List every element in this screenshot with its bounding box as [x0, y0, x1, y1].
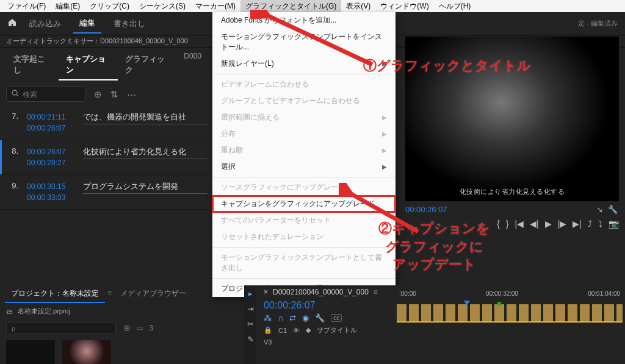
item-count: 3 — [149, 324, 153, 332]
menu-item-upgrade-caption-to-graphic[interactable]: キャプションをグラフィックにアップグレード — [212, 196, 396, 212]
timeline-clips[interactable] — [397, 304, 623, 323]
project-status: 定 - 編集済み — [578, 19, 618, 28]
tab-captions[interactable]: キャプション — [59, 50, 118, 80]
tab-project[interactable]: プロジェクト：名称未設定 — [5, 285, 105, 303]
menu-item-install-mgtemplate[interactable]: モーショングラフィックステンプレートをインストール... — [212, 29, 396, 55]
monitor-wrench-icon[interactable]: 🔧 — [608, 205, 618, 214]
menu-item-reset-duration: リセットされたデュレーション — [212, 229, 396, 245]
monitor-settings-icon[interactable]: ↘ — [596, 205, 603, 214]
menu-graphics-title[interactable]: グラフィックとタイトル(G) — [240, 0, 341, 13]
menu-item-fit-group: グループとしてビデオフレームに合わせる — [212, 93, 396, 109]
timeline-toolbar: ▸ ⇥ ✂ ✎ — [244, 285, 256, 364]
tab-media-browser[interactable]: メディアブラウザー — [114, 285, 192, 303]
submenu-arrow-icon: ▶ — [382, 147, 387, 154]
ripple-tool-icon[interactable]: ✂ — [247, 319, 254, 329]
menu-clip[interactable]: クリップ(C) — [85, 0, 134, 13]
magnet-icon[interactable]: ∩ — [278, 313, 283, 323]
add-caption-icon[interactable]: ⊕ — [94, 89, 102, 100]
caption-more-icon[interactable]: ⋯ — [127, 89, 136, 100]
menu-item-reset-params: すべてのパラメーターをリセット — [212, 212, 396, 229]
graphics-dropdown: Adobe Fonts からフォントを追加... モーショングラフィックステンプ… — [212, 12, 396, 297]
ruler-tick: 00:00:32:00 — [486, 290, 518, 297]
submenu-arrow-icon: ▶ — [382, 130, 387, 137]
track-v3-label[interactable]: V3 — [264, 338, 272, 346]
bin-icon[interactable]: 🗁 — [6, 308, 13, 315]
caption-text[interactable]: プログラムシステムを開発 — [83, 181, 208, 194]
tab-export[interactable]: 書き出し — [107, 15, 151, 33]
ruler-tick: :00:00 — [399, 290, 416, 297]
track-select-tool-icon[interactable]: ⇥ — [247, 304, 254, 313]
menu-file[interactable]: ファイル(F) — [2, 0, 51, 13]
caption-text[interactable]: では、機器の開発製造を自社 — [83, 112, 208, 124]
caption-out: 00:00:29:27 — [27, 157, 74, 168]
menu-item-select[interactable]: 選択▶ — [212, 159, 396, 175]
marker-icon[interactable] — [497, 302, 501, 305]
tab-transcript[interactable]: 文字起こし — [6, 50, 59, 80]
panel-menu-icon[interactable]: ≡ — [374, 288, 378, 296]
settings-icon[interactable]: 🔧 — [315, 313, 325, 323]
tab-graphics[interactable]: グラフィック — [118, 50, 178, 80]
freeform-icon[interactable]: ▭ — [136, 324, 143, 332]
menu-help[interactable]: ヘルプ(H) — [434, 0, 476, 13]
go-prev-icon[interactable]: |◀ — [515, 219, 524, 229]
menu-item-adobe-fonts[interactable]: Adobe Fonts からフォントを追加... — [212, 12, 396, 29]
step-fwd-icon[interactable]: |▶ — [558, 219, 567, 229]
export-frame-icon[interactable]: 📷 — [609, 219, 619, 229]
timeline-panel: ▸ ⇥ ✂ ✎ × D0002100046_00000_V_000 ≡ 00:0… — [244, 285, 625, 364]
caption-row[interactable]: 9. 00:00:30:15 00:00:33:03 プログラムシステムを開発 — [0, 175, 214, 210]
monitor-video[interactable]: 化技術により省力化見える化する — [405, 37, 619, 201]
menubar: ファイル(F) 編集(E) クリップ(C) シーケンス(S) マーカー(M) グ… — [0, 0, 625, 12]
menu-item-arrange: 重ね順▶ — [212, 142, 396, 159]
timeline-ruler[interactable]: :00:00 00:00:32:00 00:01:04:00 — [397, 290, 623, 297]
playhead-icon[interactable] — [464, 301, 470, 305]
menu-edit[interactable]: 編集(E) — [51, 0, 85, 13]
marker-icon[interactable]: ◉ — [302, 313, 309, 323]
step-back-icon[interactable]: ◀| — [530, 219, 539, 229]
sync-lock-icon[interactable]: ◆ — [306, 326, 311, 334]
tab-edit[interactable]: 編集 — [73, 14, 101, 34]
panel-menu-icon[interactable]: ≡ — [105, 285, 114, 303]
project-thumb[interactable] — [6, 340, 55, 364]
tab-import[interactable]: 読み込み — [23, 15, 67, 33]
caption-row[interactable]: 7. 00:00:21:11 00:00:26:07 では、機器の開発製造を自社 — [0, 105, 214, 140]
menu-item-upgrade-source: ソースグラフィックにアップグレード — [212, 179, 396, 196]
play-icon[interactable]: ▶ — [545, 219, 552, 229]
menu-sequence[interactable]: シーケンス(S) — [134, 0, 190, 13]
mark-out-icon[interactable]: } — [506, 219, 509, 229]
track-c1-label[interactable]: C1 — [278, 327, 287, 334]
caption-text[interactable]: 化技術により省力化見える化 — [83, 146, 208, 159]
sequence-name[interactable]: D0002100046_00000_V_000 — [273, 288, 369, 296]
mark-in-icon[interactable]: { — [497, 219, 500, 229]
list-view-icon[interactable]: ⊞ — [124, 324, 130, 332]
menu-item-export-mgtemplate: モーショングラフィックステンプレートとして書き出し — [212, 249, 396, 276]
snap-icon[interactable]: ⁂ — [264, 313, 272, 323]
close-icon[interactable]: × — [264, 288, 268, 296]
lock-icon[interactable]: 🔒 — [264, 326, 272, 334]
selection-tool-icon[interactable]: ▸ — [248, 289, 253, 298]
lift-icon[interactable]: ⤴ — [588, 219, 592, 229]
pen-tool-icon[interactable]: ✎ — [247, 335, 254, 344]
menu-item-align: 選択範囲に揃える▶ — [212, 109, 396, 126]
program-monitor: 化技術により省力化見える化する 00:00:26:07 ↘ 🔧 { } |◀ ◀… — [399, 35, 625, 231]
caption-num: 9. — [6, 181, 18, 190]
toggle-output-icon[interactable]: 👁 — [293, 327, 300, 334]
menu-view[interactable]: 表示(V) — [341, 0, 375, 13]
search-input[interactable] — [23, 90, 78, 99]
monitor-timecode[interactable]: 00:00:26:07 — [399, 202, 453, 216]
project-thumb[interactable] — [62, 340, 111, 364]
linked-selection-icon[interactable]: ⇄ — [289, 313, 296, 323]
captions-panel: 文字起こし キャプション グラフィック D000 ⊕ ⇅ ⋯ 7. 00:00:… — [0, 48, 214, 210]
caption-row[interactable]: 8. 00:00:26:07 00:00:29:27 化技術により省力化見える化 — [0, 140, 214, 175]
caption-file-drop[interactable]: D000 — [178, 50, 208, 80]
split-caption-icon[interactable]: ⇅ — [110, 89, 118, 100]
extract-icon[interactable]: ⤵ — [598, 219, 602, 229]
cc-icon[interactable]: cc — [331, 314, 342, 322]
menu-item-new-layer[interactable]: 新規レイヤー(L)▶ — [212, 55, 396, 72]
menu-marker[interactable]: マーカー(M) — [190, 0, 240, 13]
menu-window[interactable]: ウィンドウ(W) — [375, 0, 433, 13]
home-icon[interactable] — [7, 18, 17, 30]
caption-search[interactable] — [6, 87, 85, 102]
project-search-input[interactable] — [6, 322, 116, 334]
go-next-icon[interactable]: ▶| — [573, 219, 582, 229]
svg-line-1 — [16, 95, 18, 96]
